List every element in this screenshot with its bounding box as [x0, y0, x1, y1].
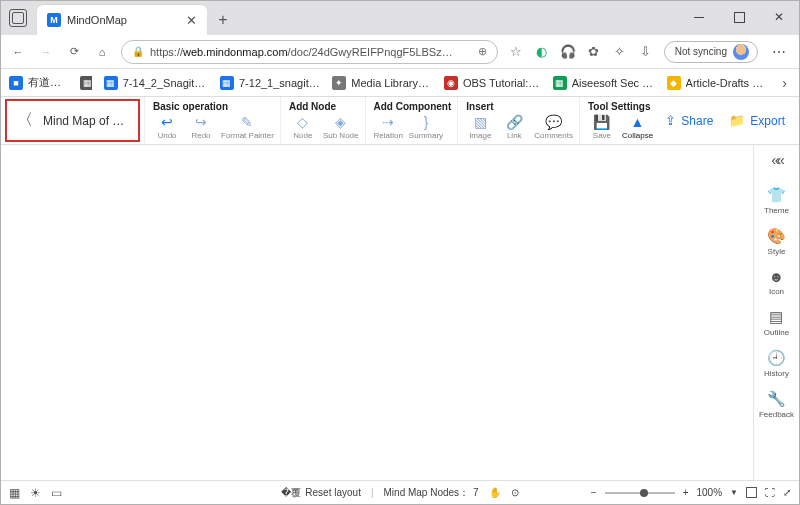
nav-refresh-button[interactable]: ⟳ [65, 43, 83, 61]
collapse-icon: ▲ [631, 114, 645, 130]
toolbar-group-label: Tool Settings [588, 101, 653, 112]
nav-back-button[interactable]: ← [9, 43, 27, 61]
hand-tool-icon[interactable]: ✋ [489, 487, 501, 498]
outline-icon: ▤ [769, 308, 783, 326]
extensions-icon[interactable]: ✿ [586, 44, 602, 60]
bookmark-favicon: ▦ [553, 76, 567, 90]
browser-address-bar: ← → ⟳ ⌂ 🔒 https://web.mindonmap.com/doc/… [1, 35, 799, 69]
collections-icon[interactable]: ✧ [612, 44, 628, 60]
save-button[interactable]: 💾Save [588, 114, 616, 140]
bookmark-item[interactable]: ▦Aiseesoft Sec 2 - W… [553, 75, 655, 90]
bookmark-item[interactable]: ■有道云笔记 [9, 75, 68, 90]
sync-label: Not syncing [675, 46, 727, 57]
fullscreen-icon[interactable]: ⛶ [765, 487, 775, 498]
rail-theme-button[interactable]: 👕Theme [764, 186, 789, 215]
image-icon: ▧ [474, 114, 487, 130]
reset-layout-button[interactable]: �覆 Reset layout [281, 486, 361, 500]
document-title: Mind Map of … [43, 114, 124, 128]
expand-corners-icon[interactable]: ⤢ [783, 487, 791, 498]
toolbar-group-label: Add Node [289, 101, 359, 112]
address-bar-actions: ☆ ◐ 🎧 ✿ ✧ ⇩ [508, 44, 654, 60]
headphones-icon[interactable]: 🎧 [560, 44, 576, 60]
downloads-icon[interactable]: ⇩ [638, 44, 654, 60]
nav-home-button[interactable]: ⌂ [93, 43, 111, 61]
theme-label: Theme [764, 206, 789, 215]
link-button[interactable]: 🔗Link [500, 114, 528, 140]
search-in-page-icon[interactable]: ⊕ [478, 45, 487, 58]
rail-history-button[interactable]: 🕘History [764, 349, 789, 378]
chevron-left-icon: 〈 [17, 110, 33, 131]
grid-toggle-icon[interactable]: ▦ [9, 486, 20, 500]
bookmark-favicon: ▦ [104, 76, 118, 90]
zoom-slider[interactable] [605, 492, 675, 494]
rail-collapse-button[interactable]: «« [771, 151, 782, 168]
summary-button[interactable]: }Summary [409, 114, 443, 140]
browser-menu-button[interactable]: ⋯ [768, 44, 791, 60]
relation-label: Relation [374, 131, 403, 140]
rail-feedback-button[interactable]: 🔧Feedback [759, 390, 794, 419]
adblock-icon[interactable]: ◐ [534, 44, 550, 60]
export-button[interactable]: 📁 Export [729, 113, 785, 128]
image-button[interactable]: ▧Image [466, 114, 494, 140]
locate-icon[interactable]: ⊙ [511, 487, 519, 498]
sub-node-button[interactable]: ◈Sub Node [323, 114, 359, 140]
url-text: https://web.mindonmap.com/doc/24dGwyREIF… [150, 46, 472, 58]
toolbar-group: Add Component⇢Relation}Summary [365, 97, 458, 144]
rail-outline-button[interactable]: ▤Outline [764, 308, 789, 337]
window-minimize-button[interactable] [679, 3, 719, 31]
format-painter-icon: ✎ [241, 114, 253, 130]
bookmark-item[interactable]: ▦7-14_2_Snagit VS S… [104, 75, 208, 90]
layout-toggle-icon[interactable]: ▭ [51, 486, 62, 500]
tab-overview-icon[interactable] [9, 9, 27, 27]
bookmark-favicon: ◆ [667, 76, 681, 90]
bookmark-item[interactable]: ▦7-12_1_snagit-alter… [220, 75, 320, 90]
style-label: Style [768, 247, 786, 256]
nav-forward-button[interactable]: → [37, 43, 55, 61]
browser-tab[interactable]: M MindOnMap ✕ [37, 5, 207, 35]
status-bar: ▦ ☀ ▭ �覆 Reset layout | Mind Map Nodes： … [1, 480, 799, 504]
share-button[interactable]: ⇪ Share [665, 113, 713, 128]
bookmark-item[interactable]: ◉OBS Tutorial: How… [444, 75, 541, 90]
back-to-docs-pane[interactable]: 〈 Mind Map of … [5, 99, 140, 142]
bookmark-favicon: ▦ [80, 76, 91, 90]
zoom-dropdown-icon[interactable]: ▼ [730, 488, 738, 497]
redo-button[interactable]: ↪Redo [187, 114, 215, 140]
theme-icon: 👕 [767, 186, 786, 204]
favorite-icon[interactable]: ☆ [508, 44, 524, 60]
bookmark-favicon: ▦ [220, 76, 234, 90]
window-maximize-button[interactable] [719, 3, 759, 31]
undo-button[interactable]: ↩Undo [153, 114, 181, 140]
bookmarks-overflow-button[interactable]: › [778, 75, 791, 91]
format-painter-button[interactable]: ✎Format Painter [221, 114, 274, 140]
collapse-button[interactable]: ▲Collapse [622, 114, 653, 140]
window-controls [679, 3, 799, 31]
url-box[interactable]: 🔒 https://web.mindonmap.com/doc/24dGwyRE… [121, 40, 498, 64]
feedback-icon: 🔧 [767, 390, 786, 408]
link-label: Link [507, 131, 522, 140]
export-label: Export [750, 114, 785, 128]
toolbar-group: Add Node◇Node◈Sub Node [280, 97, 365, 144]
new-tab-button[interactable]: + [213, 11, 233, 29]
bookmark-item[interactable]: ◆Article-Drafts - Goo… [667, 75, 767, 90]
rail-icon-button[interactable]: ☻Icon [769, 268, 785, 296]
zoom-percent[interactable]: 100% [697, 487, 723, 498]
mindmap-canvas[interactable] [1, 145, 753, 480]
bookmark-item[interactable]: ✦Media Library ‹ Top… [332, 75, 432, 90]
relation-button[interactable]: ⇢Relation [374, 114, 403, 140]
tab-close-icon[interactable]: ✕ [186, 13, 197, 28]
fit-screen-icon[interactable] [746, 487, 757, 498]
style-icon: 🎨 [767, 227, 786, 245]
zoom-in-button[interactable]: + [683, 487, 689, 498]
outline-label: Outline [764, 328, 789, 337]
rail-style-button[interactable]: 🎨Style [767, 227, 786, 256]
brightness-icon[interactable]: ☀ [30, 486, 41, 500]
bookmark-item[interactable]: ▦ [80, 75, 91, 90]
comments-button[interactable]: 💬Comments [534, 114, 573, 140]
toolbar-group-label: Insert [466, 101, 573, 112]
window-close-button[interactable] [759, 3, 799, 31]
comments-icon: 💬 [545, 114, 562, 130]
zoom-out-button[interactable]: − [591, 487, 597, 498]
node-button[interactable]: ◇Node [289, 114, 317, 140]
profile-sync-button[interactable]: Not syncing [664, 41, 758, 63]
save-label: Save [593, 131, 611, 140]
